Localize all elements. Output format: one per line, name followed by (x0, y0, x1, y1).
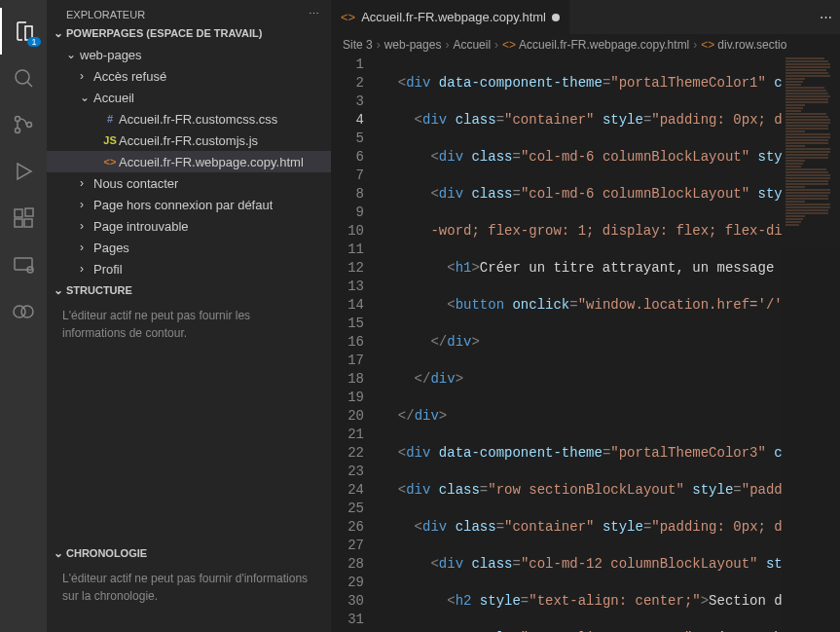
powerpages-icon[interactable] (0, 288, 47, 335)
workspace-section-header[interactable]: ⌄ POWERPAGES (ESPACE DE TRAVAIL) (47, 24, 331, 42)
tab-accueil-html[interactable]: <> Accueil.fr-FR.webpage.copy.html (331, 0, 570, 34)
sidebar: EXPLORATEUR ⋯ ⌄ POWERPAGES (ESPACE DE TR… (47, 0, 331, 632)
svg-point-1 (16, 117, 20, 122)
chronologie-title: CHRONOLOGIE (66, 547, 147, 559)
breadcrumb-item[interactable]: <>Accueil.fr-FR.webpage.copy.html (502, 38, 689, 52)
remote-icon[interactable] (0, 242, 47, 288)
workspace-title: POWERPAGES (ESPACE DE TRAVAIL) (66, 27, 262, 39)
source-control-icon[interactable] (0, 101, 47, 148)
breadcrumb-item[interactable]: Site 3 (343, 38, 373, 52)
svg-rect-8 (15, 258, 32, 270)
tree-folder-page-introuvable[interactable]: ›Page introuvable (47, 215, 331, 237)
dirty-indicator-icon (552, 14, 560, 21)
html-file-icon: <> (341, 10, 355, 24)
explorer-icon[interactable]: 1 (0, 8, 47, 55)
tab-more-icon[interactable]: ⋯ (812, 10, 840, 24)
minimap[interactable] (782, 56, 840, 632)
tree-folder-page-hors[interactable]: ›Page hors connexion par défaut (47, 194, 331, 215)
tree-folder-acces-refuse[interactable]: ›Accès refusé (47, 65, 331, 87)
structure-section-header[interactable]: ⌄ STRUCTURE (47, 281, 331, 299)
file-tree: ⌄web-pages ›Accès refusé ⌄Accueil #Accue… (47, 42, 331, 281)
tree-file-js[interactable]: JSAccueil.fr-FR.customjs.js (47, 130, 331, 151)
tree-folder-webpages[interactable]: ⌄web-pages (47, 44, 331, 65)
editor-area: <> Accueil.fr-FR.webpage.copy.html ⋯ Sit… (331, 0, 840, 632)
breadcrumb-item[interactable]: web-pages (384, 38, 442, 52)
breadcrumb-item[interactable]: <>div.row.sectio (701, 38, 786, 52)
svg-rect-4 (15, 209, 22, 217)
svg-rect-5 (15, 219, 22, 227)
svg-point-11 (21, 306, 33, 317)
tree-folder-pages[interactable]: ›Pages (47, 237, 331, 258)
run-debug-icon[interactable] (0, 148, 47, 195)
chevron-down-icon: ⌄ (51, 283, 66, 297)
explorer-badge: 1 (27, 37, 41, 47)
svg-point-2 (16, 129, 20, 133)
activity-bar: 1 (0, 0, 47, 632)
chevron-down-icon: ⌄ (51, 546, 66, 560)
tree-file-css[interactable]: #Accueil.fr-FR.customcss.css (47, 108, 331, 130)
svg-rect-6 (24, 219, 32, 227)
sidebar-more-icon[interactable]: ⋯ (309, 8, 319, 20)
structure-title: STRUCTURE (66, 284, 132, 296)
chronologie-section-header[interactable]: ⌄ CHRONOLOGIE (47, 544, 331, 562)
tree-folder-profil[interactable]: ›Profil (47, 258, 331, 279)
svg-point-0 (16, 70, 29, 84)
tree-folder-accueil[interactable]: ⌄Accueil (47, 87, 331, 108)
svg-rect-7 (25, 208, 33, 216)
code-editor[interactable]: 1234567891011121314151617181920212223242… (331, 56, 840, 632)
chronologie-empty: L'éditeur actif ne peut pas fournir d'in… (47, 562, 331, 613)
code-content[interactable]: <div data-component-theme="portalThemeCo… (382, 56, 782, 632)
tree-folder-nous-contacter[interactable]: ›Nous contacter (47, 172, 331, 194)
structure-empty: L'éditeur actif ne peut pas fournir les … (47, 299, 331, 350)
svg-point-3 (27, 123, 32, 128)
search-icon[interactable] (0, 55, 47, 101)
sidebar-title: EXPLORATEUR (66, 9, 145, 20)
breadcrumbs[interactable]: Site 3› web-pages› Accueil› <>Accueil.fr… (331, 34, 840, 56)
breadcrumb-item[interactable]: Accueil (453, 38, 491, 52)
sidebar-header: EXPLORATEUR ⋯ (47, 0, 331, 24)
tab-label: Accueil.fr-FR.webpage.copy.html (361, 10, 546, 24)
line-gutter: 1234567891011121314151617181920212223242… (331, 56, 382, 632)
tree-file-html[interactable]: <>Accueil.fr-FR.webpage.copy.html (47, 151, 331, 172)
tabs-bar: <> Accueil.fr-FR.webpage.copy.html ⋯ (331, 0, 840, 34)
chevron-down-icon: ⌄ (51, 26, 66, 40)
extensions-icon[interactable] (0, 195, 47, 242)
